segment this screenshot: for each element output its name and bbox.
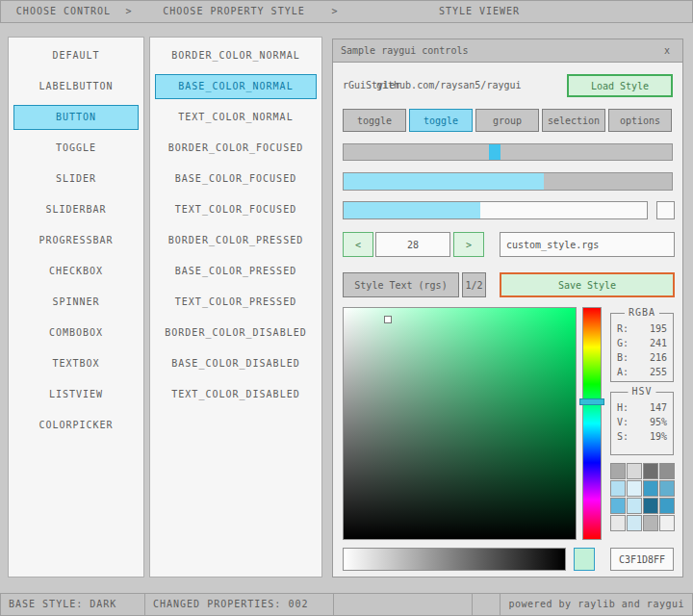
value-row: S:19% xyxy=(611,429,673,444)
palette-swatch[interactable] xyxy=(610,480,626,497)
palette-swatch[interactable] xyxy=(627,463,642,479)
value-row: R:195 xyxy=(611,321,673,336)
property-item-text_color_pressed[interactable]: TEXT_COLOR_PRESSED xyxy=(155,290,317,315)
control-item-listview[interactable]: LISTVIEW xyxy=(13,382,139,407)
value-text: 147 xyxy=(650,402,667,413)
control-item-sliderbar[interactable]: SLIDERBAR xyxy=(13,197,139,222)
value-row: A:255 xyxy=(611,365,673,379)
control-item-progressbar[interactable]: PROGRESSBAR xyxy=(13,228,139,253)
control-item-spinner[interactable]: SPINNER xyxy=(13,290,139,315)
spinner-decrement-button[interactable]: < xyxy=(343,232,373,257)
control-item-checkbox[interactable]: CHECKBOX xyxy=(13,259,139,284)
statusbar-changed-properties: CHANGED PROPERTIES: 002 xyxy=(145,594,334,615)
chevron-right-icon: > xyxy=(122,1,136,22)
palette-swatch[interactable] xyxy=(659,498,675,514)
value-label: B: xyxy=(617,352,629,363)
palette-swatch[interactable] xyxy=(643,498,658,514)
property-item-base_color_pressed[interactable]: BASE_COLOR_PRESSED xyxy=(155,259,317,284)
filename-input[interactable]: custom_style.rgs xyxy=(500,232,675,257)
slider[interactable] xyxy=(343,143,673,161)
hsv-title: HSV xyxy=(628,386,655,397)
property-item-border_color_normal[interactable]: BORDER_COLOR_NORMAL xyxy=(155,43,317,68)
property-item-text_color_disabled[interactable]: TEXT_COLOR_DISABLED xyxy=(155,382,317,407)
palette-swatch[interactable] xyxy=(659,463,675,479)
spinner-increment-button[interactable]: > xyxy=(453,232,484,257)
progress-fill xyxy=(344,173,544,190)
value-text: 95% xyxy=(650,417,667,427)
value-row: G:241 xyxy=(611,336,673,350)
control-item-default[interactable]: DEFAULT xyxy=(13,43,139,68)
chevron-right-icon: > xyxy=(328,1,342,22)
color-marker[interactable] xyxy=(384,316,392,323)
spinner-value-box[interactable]: 28 xyxy=(375,232,450,257)
controls-panel: DEFAULTLABELBUTTONBUTTONTOGGLESLIDERSLID… xyxy=(8,37,144,578)
property-item-base_color_disabled[interactable]: BASE_COLOR_DISABLED xyxy=(155,351,317,376)
value-row: B:216 xyxy=(611,350,673,365)
header-row: rGuiStyler github.com/raysan5/raygui Loa… xyxy=(333,74,682,97)
save-style-button[interactable]: Save Style xyxy=(500,272,675,297)
controls-list: DEFAULTLABELBUTTONBUTTONTOGGLESLIDERSLID… xyxy=(9,43,143,438)
value-text: 195 xyxy=(650,323,667,334)
property-item-border_color_focused[interactable]: BORDER_COLOR_FOCUSED xyxy=(155,136,317,161)
color-panel[interactable] xyxy=(343,307,577,540)
property-item-border_color_disabled[interactable]: BORDER_COLOR_DISABLED xyxy=(155,321,317,346)
palette-swatch[interactable] xyxy=(610,515,626,531)
topbar-choose-property-label: CHOOSE PROPERTY STYLE xyxy=(140,1,328,22)
toggle-button-selection[interactable]: selection xyxy=(542,109,605,132)
control-item-toggle[interactable]: TOGGLE xyxy=(13,136,139,161)
value-text: 216 xyxy=(650,352,667,363)
slider-row xyxy=(333,143,682,161)
palette-swatch[interactable] xyxy=(659,515,675,531)
property-item-text_color_focused[interactable]: TEXT_COLOR_FOCUSED xyxy=(155,197,317,222)
value-row: V:95% xyxy=(611,415,673,429)
palette-swatch[interactable] xyxy=(643,463,658,479)
value-text: 241 xyxy=(650,338,667,348)
control-item-textbox[interactable]: TEXTBOX xyxy=(13,351,139,376)
palette-swatch[interactable] xyxy=(643,480,658,497)
palette-swatch[interactable] xyxy=(627,498,642,514)
value-text: 19% xyxy=(650,431,667,442)
control-item-colorpicker[interactable]: COLORPICKER xyxy=(13,413,139,438)
hsv-groupbox: HSV H:147V:95%S:19% xyxy=(610,392,674,455)
slider-handle[interactable] xyxy=(489,144,500,160)
toggle-button-toggle[interactable]: toggle xyxy=(409,109,473,132)
palette-swatch[interactable] xyxy=(610,463,626,479)
control-item-combobox[interactable]: COMBOBOX xyxy=(13,321,139,346)
color-sample xyxy=(574,548,595,571)
statusbar-spacer xyxy=(334,594,473,615)
page-toggle-button[interactable]: 1/2 xyxy=(462,272,486,297)
statusbar-powered-by: powered by raylib and raygui xyxy=(500,594,692,615)
palette-swatch[interactable] xyxy=(627,515,642,531)
hue-bar[interactable] xyxy=(582,307,602,540)
topbar-style-viewer-label: STYLE VIEWER xyxy=(342,1,617,22)
rgba-title: RGBA xyxy=(625,307,659,318)
control-item-button[interactable]: BUTTON xyxy=(13,105,139,130)
property-item-border_color_pressed[interactable]: BORDER_COLOR_PRESSED xyxy=(155,228,317,253)
load-style-button[interactable]: Load Style xyxy=(567,74,673,97)
palette-swatch[interactable] xyxy=(610,498,626,514)
property-item-base_color_focused[interactable]: BASE_COLOR_FOCUSED xyxy=(155,167,317,192)
style-text-button[interactable]: Style Text (rgs) xyxy=(343,272,459,297)
toggle-button-group[interactable]: group xyxy=(475,109,539,132)
palette-swatch[interactable] xyxy=(659,480,675,497)
control-item-slider[interactable]: SLIDER xyxy=(13,167,139,192)
value-label: H: xyxy=(617,402,629,413)
style-viewer-window: Sample raygui controls x rGuiStyler gith… xyxy=(332,38,683,578)
slider-bar[interactable] xyxy=(343,201,648,219)
progress-bar xyxy=(343,172,673,191)
alpha-bar[interactable] xyxy=(343,548,566,571)
palette-swatch[interactable] xyxy=(643,515,658,531)
control-item-labelbutton[interactable]: LABELBUTTON xyxy=(13,74,139,99)
checkbox[interactable] xyxy=(656,201,675,219)
toggle-button-toggle[interactable]: toggle xyxy=(343,109,406,132)
property-item-text_color_normal[interactable]: TEXT_COLOR_NORMAL xyxy=(155,105,317,130)
toggle-button-options[interactable]: options xyxy=(608,109,672,132)
palette-swatch[interactable] xyxy=(627,480,642,497)
topbar-choose-control-label: CHOOSE CONTROL xyxy=(1,1,126,22)
window-titlebar[interactable]: Sample raygui controls x xyxy=(333,39,682,63)
top-bar: CHOOSE CONTROL > CHOOSE PROPERTY STYLE >… xyxy=(0,0,693,23)
hue-handle[interactable] xyxy=(579,398,604,405)
property-item-base_color_normal[interactable]: BASE_COLOR_NORMAL xyxy=(155,74,317,99)
hex-value-input[interactable]: C3F1D8FF xyxy=(610,548,674,571)
close-icon[interactable]: x xyxy=(659,43,675,59)
